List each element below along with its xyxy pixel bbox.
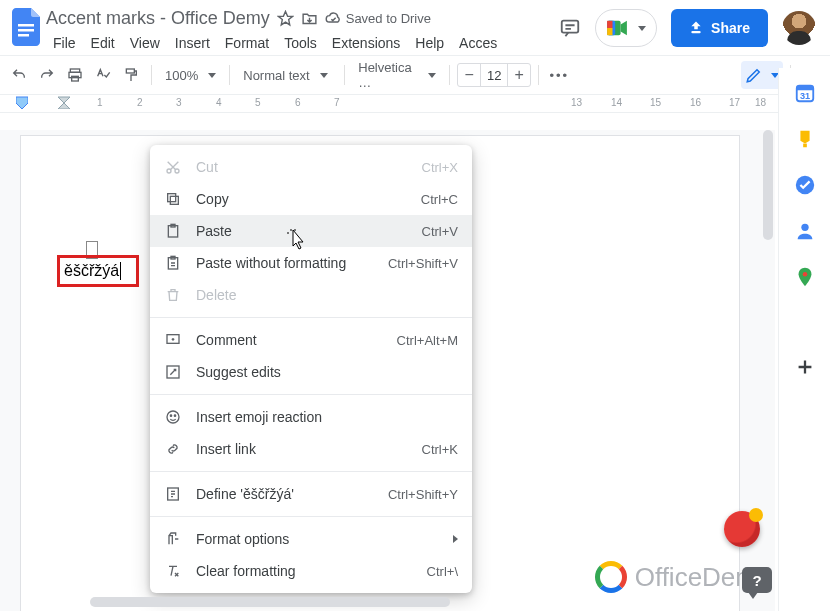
- link-icon: [164, 440, 182, 458]
- svg-rect-0: [18, 24, 34, 27]
- format-paint-button[interactable]: [118, 62, 144, 88]
- maps-icon[interactable]: [794, 266, 816, 288]
- menu-edit[interactable]: Edit: [84, 33, 122, 53]
- paste-plain-icon: [164, 254, 182, 272]
- paste-icon: [164, 222, 182, 240]
- chevron-right-icon: [453, 535, 458, 543]
- toolbar: 100% Normal text Helvetica … − + •••: [0, 55, 830, 95]
- document-title[interactable]: Accent marks - Office Demy: [46, 8, 270, 29]
- undo-button[interactable]: [6, 62, 32, 88]
- ctx-comment[interactable]: CommentCtrl+Alt+M: [150, 324, 472, 356]
- meet-button[interactable]: [595, 9, 657, 47]
- menu-file[interactable]: File: [46, 33, 83, 53]
- document-text[interactable]: ěščřžýá: [64, 262, 119, 280]
- comment-history-icon[interactable]: [559, 17, 581, 39]
- ctx-copy[interactable]: CopyCtrl+C: [150, 183, 472, 215]
- help-bubble-icon[interactable]: ?: [742, 567, 772, 593]
- dictionary-icon: [164, 485, 182, 503]
- star-icon[interactable]: [277, 10, 294, 27]
- menu-bar: File Edit View Insert Format Tools Exten…: [46, 31, 559, 55]
- copy-icon: [164, 190, 182, 208]
- svg-point-22: [170, 415, 171, 416]
- selected-text-highlight: ěščřžýá: [57, 255, 139, 287]
- contacts-icon[interactable]: [794, 220, 816, 242]
- watermark-logo-icon: [595, 561, 627, 593]
- svg-rect-28: [803, 144, 807, 148]
- ctx-paste[interactable]: PasteCtrl+V: [150, 215, 472, 247]
- cut-icon: [164, 158, 182, 176]
- font-size-decrease[interactable]: −: [458, 64, 480, 86]
- font-size-increase[interactable]: +: [508, 64, 530, 86]
- comment-icon: [164, 331, 182, 349]
- svg-point-30: [801, 224, 808, 231]
- mouse-cursor-icon: [287, 229, 305, 251]
- ctx-clear-formatting[interactable]: Clear formattingCtrl+\: [150, 555, 472, 587]
- menu-help[interactable]: Help: [408, 33, 451, 53]
- style-dropdown[interactable]: Normal text: [237, 68, 337, 83]
- menu-format[interactable]: Format: [218, 33, 276, 53]
- keep-icon[interactable]: [794, 128, 816, 150]
- menu-tools[interactable]: Tools: [277, 33, 324, 53]
- ctx-define[interactable]: Define 'ěščřžýá'Ctrl+Shift+Y: [150, 478, 472, 510]
- format-icon: [164, 530, 182, 548]
- docs-logo-icon[interactable]: [8, 8, 46, 46]
- svg-rect-10: [126, 69, 134, 73]
- redo-button[interactable]: [34, 62, 60, 88]
- font-dropdown[interactable]: Helvetica …: [352, 60, 442, 90]
- move-icon[interactable]: [301, 10, 318, 27]
- svg-rect-26: [796, 86, 813, 91]
- svg-rect-3: [562, 21, 579, 33]
- account-avatar[interactable]: [782, 11, 816, 45]
- save-status[interactable]: Saved to Drive: [325, 10, 431, 27]
- svg-point-31: [802, 272, 807, 277]
- share-button[interactable]: Share: [671, 9, 768, 47]
- calendar-icon[interactable]: 31: [794, 82, 816, 104]
- svg-rect-14: [168, 194, 176, 202]
- editing-mode-button[interactable]: [741, 61, 783, 89]
- side-panel: 31: [778, 68, 830, 611]
- svg-rect-1: [18, 29, 34, 32]
- spellcheck-button[interactable]: [90, 62, 116, 88]
- chevron-down-icon: [638, 26, 646, 31]
- vertical-scrollbar[interactable]: [761, 130, 775, 611]
- svg-point-23: [174, 415, 175, 416]
- font-size-input[interactable]: [480, 64, 508, 86]
- menu-view[interactable]: View: [123, 33, 167, 53]
- font-size-group: − +: [457, 63, 531, 87]
- context-menu: CutCtrl+X CopyCtrl+C PasteCtrl+V Paste w…: [150, 145, 472, 593]
- svg-rect-6: [691, 31, 700, 33]
- ctx-emoji-reaction[interactable]: Insert emoji reaction: [150, 401, 472, 433]
- svg-rect-13: [170, 196, 178, 204]
- add-addon-icon[interactable]: [794, 356, 816, 378]
- tasks-icon[interactable]: [794, 174, 816, 196]
- clear-format-icon: [164, 562, 182, 580]
- print-button[interactable]: [62, 62, 88, 88]
- svg-point-21: [167, 411, 179, 423]
- ctx-suggest-edits[interactable]: Suggest edits: [150, 356, 472, 388]
- ctx-insert-link[interactable]: Insert linkCtrl+K: [150, 433, 472, 465]
- ctx-delete: Delete: [150, 279, 472, 311]
- menu-extensions[interactable]: Extensions: [325, 33, 407, 53]
- zoom-dropdown[interactable]: 100%: [159, 68, 222, 83]
- ruler[interactable]: 1234567131415161718: [0, 95, 830, 113]
- trash-icon: [164, 286, 182, 304]
- svg-rect-2: [18, 34, 29, 37]
- ctx-format-options[interactable]: Format options: [150, 523, 472, 555]
- emoji-icon: [164, 408, 182, 426]
- menu-accessibility[interactable]: Acces: [452, 33, 504, 53]
- more-tools-button[interactable]: •••: [546, 62, 572, 88]
- menu-insert[interactable]: Insert: [168, 33, 217, 53]
- ctx-paste-without-formatting[interactable]: Paste without formattingCtrl+Shift+V: [150, 247, 472, 279]
- suggest-icon: [164, 363, 182, 381]
- ctx-cut: CutCtrl+X: [150, 151, 472, 183]
- svg-text:31: 31: [799, 91, 809, 101]
- explore-fab[interactable]: [724, 511, 760, 547]
- horizontal-scrollbar[interactable]: [20, 596, 760, 608]
